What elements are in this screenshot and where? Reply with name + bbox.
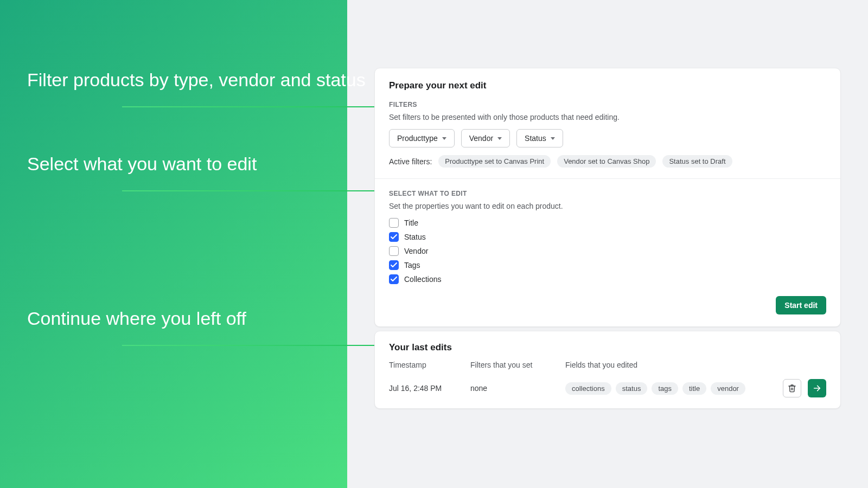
select-section-desc: Set the properties you want to edit on e… bbox=[389, 202, 826, 210]
trash-icon bbox=[788, 384, 796, 393]
active-filters-label: Active filters: bbox=[389, 157, 432, 166]
delete-history-button[interactable] bbox=[783, 379, 801, 397]
card-title: Prepare your next edit bbox=[389, 80, 826, 91]
col-header-timestamp: Timestamp bbox=[389, 361, 470, 369]
start-edit-button[interactable]: Start edit bbox=[776, 296, 826, 314]
field-chip: vendor bbox=[711, 382, 745, 395]
filter-label: Status bbox=[525, 134, 546, 143]
prepare-edit-card: Prepare your next edit FILTERS Set filte… bbox=[374, 68, 841, 327]
col-header-fields: Fields that you edited bbox=[565, 361, 761, 369]
field-chip: tags bbox=[652, 382, 678, 395]
arrow-right-icon bbox=[813, 384, 821, 393]
field-chip: collections bbox=[565, 382, 611, 395]
checkbox-checked-icon[interactable] bbox=[389, 274, 399, 284]
cell-fields: collections status tags title vendor bbox=[565, 382, 761, 395]
divider bbox=[375, 178, 840, 179]
checkbox-checked-icon[interactable] bbox=[389, 232, 399, 242]
field-chip: title bbox=[682, 382, 706, 395]
history-row: Jul 16, 2:48 PM none collections status … bbox=[389, 379, 826, 397]
checkbox-unchecked-icon[interactable] bbox=[389, 246, 399, 256]
select-section-label: SELECT WHAT TO EDIT bbox=[389, 190, 826, 197]
connector-line bbox=[122, 106, 380, 107]
edit-option-title[interactable]: Title bbox=[389, 218, 826, 228]
cell-filters: none bbox=[470, 384, 565, 393]
active-filter-chip[interactable]: Status set to Draft bbox=[662, 155, 732, 168]
connector-line bbox=[122, 190, 380, 191]
callout-select: Select what you want to edit bbox=[27, 152, 257, 177]
filters-section-desc: Set filters to be presented with only th… bbox=[389, 113, 826, 121]
field-chip: status bbox=[616, 382, 648, 395]
filter-label: Producttype bbox=[397, 134, 438, 143]
callout-filter: Filter products by type, vendor and stat… bbox=[27, 68, 366, 93]
last-edits-card: Your last edits Timestamp Filters that y… bbox=[374, 331, 841, 409]
edit-option-collections[interactable]: Collections bbox=[389, 274, 826, 284]
status-filter[interactable]: Status bbox=[516, 129, 563, 147]
option-label: Vendor bbox=[404, 247, 428, 255]
col-header-filters: Filters that you set bbox=[470, 361, 565, 369]
product-type-filter[interactable]: Producttype bbox=[389, 129, 455, 147]
filters-section-label: FILTERS bbox=[389, 101, 826, 108]
option-label: Collections bbox=[404, 275, 441, 284]
card-title: Your last edits bbox=[389, 342, 826, 353]
caret-down-icon bbox=[497, 137, 502, 140]
caret-down-icon bbox=[442, 137, 446, 140]
edit-option-status[interactable]: Status bbox=[389, 232, 826, 242]
checkbox-unchecked-icon[interactable] bbox=[389, 218, 399, 228]
cell-timestamp: Jul 16, 2:48 PM bbox=[389, 384, 470, 393]
filter-label: Vendor bbox=[469, 134, 493, 143]
checkbox-checked-icon[interactable] bbox=[389, 260, 399, 270]
edit-option-vendor[interactable]: Vendor bbox=[389, 246, 826, 256]
vendor-filter[interactable]: Vendor bbox=[461, 129, 510, 147]
resume-edit-button[interactable] bbox=[808, 379, 826, 397]
caret-down-icon bbox=[551, 137, 555, 140]
option-label: Tags bbox=[404, 261, 420, 269]
callout-continue: Continue where you left off bbox=[27, 306, 246, 331]
edit-option-tags[interactable]: Tags bbox=[389, 260, 826, 270]
option-label: Title bbox=[404, 219, 418, 227]
option-label: Status bbox=[404, 233, 426, 241]
active-filter-chip[interactable]: Vendor set to Canvas Shop bbox=[557, 155, 656, 168]
connector-line bbox=[122, 345, 380, 346]
active-filter-chip[interactable]: Producttype set to Canvas Print bbox=[438, 155, 551, 168]
